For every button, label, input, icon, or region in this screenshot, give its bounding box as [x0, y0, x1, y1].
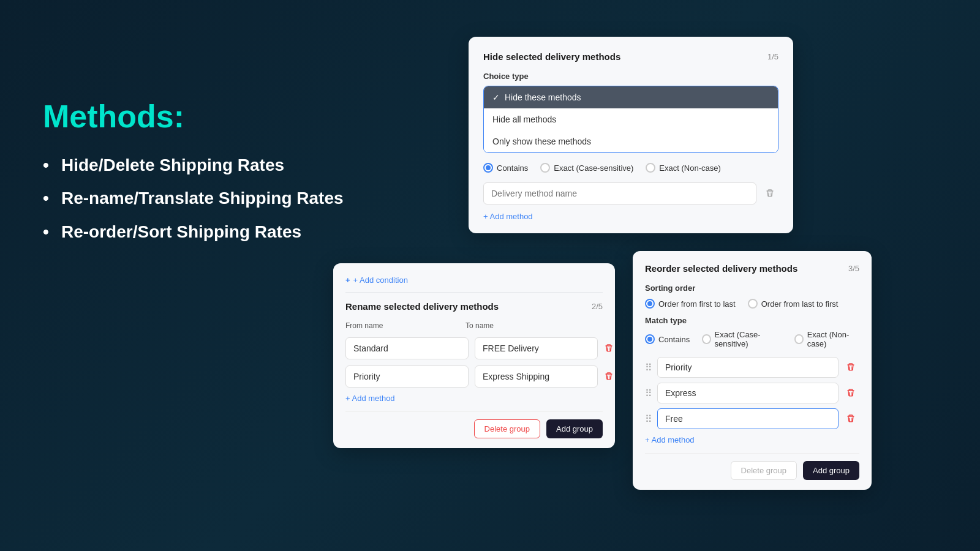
- rename-row-2: [345, 365, 603, 388]
- card1-title: Hide selected delivery methods: [483, 51, 620, 62]
- sort-last-to-first-circle: [748, 299, 758, 309]
- radio-exact-case[interactable]: Exact (Case-sensitive): [540, 163, 633, 173]
- dropdown-option-only-show[interactable]: Only show these methods: [484, 130, 778, 152]
- to-input-2[interactable]: [475, 365, 598, 388]
- feature-list: Hide/Delete Shipping Rates Re-name/Trans…: [43, 154, 368, 243]
- rename-methods-card: + + Add condition Rename selected delive…: [333, 263, 615, 448]
- card1-step: 1/5: [767, 52, 778, 61]
- from-input-1[interactable]: [345, 337, 469, 359]
- sort-first-to-last[interactable]: Order from first to last: [645, 299, 736, 309]
- card2-title: Rename selected delivery methods: [345, 301, 499, 312]
- card3-action-row: Delete group Add group: [645, 453, 859, 480]
- drag-handle-1[interactable]: ⠿: [645, 362, 652, 373]
- card3-title: Reorder selected delivery methods: [645, 263, 797, 274]
- check-icon: ✓: [492, 92, 500, 102]
- drag-handle-2[interactable]: ⠿: [645, 388, 652, 399]
- to-name-label: To name: [466, 321, 579, 330]
- match-contains[interactable]: Contains: [645, 334, 690, 344]
- delivery-method-input[interactable]: [483, 182, 756, 204]
- card3-header: Reorder selected delivery methods 3/5: [645, 263, 859, 274]
- card3-add-group-button[interactable]: Add group: [803, 461, 859, 480]
- card2-header: Rename selected delivery methods 2/5: [345, 301, 603, 312]
- card3-delete-group-button[interactable]: Delete group: [731, 461, 797, 480]
- method-input-3[interactable]: [657, 408, 839, 429]
- dropdown-option-hide-these[interactable]: ✓ Hide these methods: [484, 86, 778, 108]
- feature-item-1: Hide/Delete Shipping Rates: [43, 154, 368, 176]
- add-group-button[interactable]: Add group: [546, 419, 603, 438]
- trash-icon-m1: [846, 362, 856, 372]
- trash-icon-m2: [846, 388, 856, 398]
- hide-methods-card: Hide selected delivery methods 1/5 Choic…: [469, 37, 793, 233]
- radio-exact-noncase[interactable]: Exact (Non-case): [646, 163, 720, 173]
- method-input-2[interactable]: [657, 383, 839, 403]
- rename-row-1: [345, 337, 603, 359]
- add-condition-link[interactable]: + Add condition: [353, 276, 408, 285]
- match-exact-noncase-label: Exact (Non-case): [807, 330, 859, 348]
- delete-method-2-button[interactable]: [842, 384, 859, 402]
- feature-item-3: Re-order/Sort Shipping Rates: [43, 221, 368, 243]
- choice-type-label: Choice type: [483, 72, 778, 81]
- match-type-label: Match type: [645, 316, 859, 325]
- match-contains-circle: [645, 334, 655, 344]
- method-row-1: ⠿: [645, 357, 859, 378]
- match-exact-case-label: Exact (Case-sensitive): [715, 330, 783, 348]
- trash-icon-1: [604, 343, 614, 353]
- radio-contains-circle: [483, 163, 493, 173]
- delete-col-spacer: [586, 321, 603, 334]
- sort-last-to-first[interactable]: Order from last to first: [748, 299, 839, 309]
- match-exact-case[interactable]: Exact (Case-sensitive): [702, 330, 782, 348]
- radio-exact-case-label: Exact (Case-sensitive): [554, 163, 633, 173]
- card2-step: 2/5: [592, 302, 603, 311]
- method-row-3: ⠿: [645, 408, 859, 429]
- add-condition-row: + + Add condition: [345, 276, 603, 293]
- sorting-radio-group: Order from first to last Order from last…: [645, 299, 859, 309]
- from-name-label: From name: [345, 321, 459, 330]
- trash-icon-2: [604, 372, 614, 381]
- from-input-2[interactable]: [345, 365, 469, 388]
- card3-step: 3/5: [848, 264, 859, 273]
- drag-handle-3[interactable]: ⠿: [645, 413, 652, 425]
- dropdown-label-1: Hide all methods: [492, 114, 556, 124]
- dropdown-label-2: Only show these methods: [492, 137, 591, 146]
- dropdown-option-hide-all[interactable]: Hide all methods: [484, 108, 778, 130]
- left-panel: Methods: Hide/Delete Shipping Rates Re-n…: [43, 98, 368, 254]
- card2-col-labels: From name To name: [345, 321, 603, 334]
- card2-add-method-link[interactable]: + Add method: [345, 394, 603, 403]
- reorder-methods-card: Reorder selected delivery methods 3/5 So…: [633, 251, 872, 490]
- card1-radio-group: Contains Exact (Case-sensitive) Exact (N…: [483, 163, 778, 173]
- match-exact-noncase[interactable]: Exact (Non-case): [794, 330, 859, 348]
- radio-exact-noncase-label: Exact (Non-case): [659, 163, 720, 173]
- method-row-2: ⠿: [645, 383, 859, 403]
- sort-last-to-first-label: Order from last to first: [761, 299, 839, 309]
- radio-exact-case-circle: [540, 163, 550, 173]
- delete-method-1-button[interactable]: [842, 359, 859, 376]
- to-name-label-container: To name: [466, 321, 579, 334]
- delete-row-2-button[interactable]: [604, 368, 614, 385]
- delete-method-button[interactable]: [761, 185, 778, 202]
- feature-item-2: Re-name/Translate Shipping Rates: [43, 187, 368, 209]
- match-contains-label: Contains: [658, 335, 690, 344]
- radio-exact-noncase-circle: [646, 163, 655, 173]
- sorting-order-label: Sorting order: [645, 283, 859, 293]
- dropdown-label-0: Hide these methods: [505, 92, 581, 102]
- trash-icon-m3: [846, 414, 856, 424]
- choice-type-dropdown[interactable]: ✓ Hide these methods Hide all methods On…: [483, 86, 778, 153]
- delete-method-3-button[interactable]: [842, 410, 859, 427]
- to-input-1[interactable]: [475, 337, 598, 359]
- card3-add-method-link[interactable]: + Add method: [645, 435, 859, 444]
- radio-contains[interactable]: Contains: [483, 163, 528, 173]
- add-method-link[interactable]: + Add method: [483, 212, 778, 221]
- method-input-1[interactable]: [657, 357, 839, 378]
- delete-row-1-button[interactable]: [604, 340, 614, 357]
- sort-first-to-last-circle: [645, 299, 655, 309]
- card2-action-row: Delete group Add group: [345, 411, 603, 438]
- add-condition-plus: +: [345, 276, 350, 285]
- sort-first-to-last-label: Order from first to last: [658, 299, 736, 309]
- card3-match-radio-group: Contains Exact (Case-sensitive) Exact (N…: [645, 330, 859, 348]
- delete-group-button[interactable]: Delete group: [474, 419, 540, 438]
- delivery-method-input-row: [483, 182, 778, 204]
- match-exact-noncase-circle: [794, 334, 803, 344]
- radio-contains-label: Contains: [497, 163, 528, 173]
- card1-header: Hide selected delivery methods 1/5: [483, 51, 778, 62]
- trash-icon: [765, 189, 775, 198]
